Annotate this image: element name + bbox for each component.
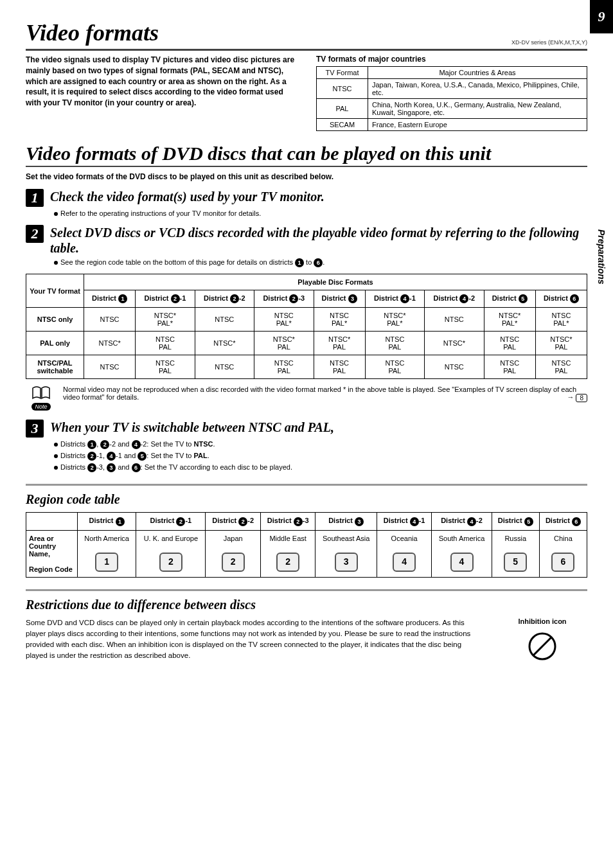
play-row-label: NTSC/PAL switchable	[26, 355, 84, 379]
region-code-icon: 4	[450, 553, 474, 572]
play-cell: NTSCPAL	[365, 355, 424, 379]
step-3-line: Districts 1, 2-2 and 4-2: Set the TV to …	[54, 440, 587, 449]
note-label: Note	[31, 403, 50, 411]
step-3-title: When your TV is switchable between NTSC …	[50, 420, 334, 435]
play-district-header: District 2-1	[136, 290, 195, 308]
play-cell: NTSC*PAL	[314, 332, 365, 355]
play-cell: NTSC*	[84, 332, 136, 355]
step-3-line: Districts 2-1, 4-1 and 5: Set the TV to …	[54, 452, 587, 461]
region-district-header: District 2-3	[260, 513, 315, 530]
play-cell: NTSC	[195, 308, 254, 332]
play-cell: NTSC*	[195, 332, 254, 355]
region-district-header: District 2-1	[136, 513, 206, 530]
region-district-header: District 6	[539, 513, 587, 530]
region-code-icon: 2	[276, 553, 299, 572]
restrictions-text: Some DVD and VCD discs can be played onl…	[26, 617, 484, 662]
divider	[26, 484, 587, 486]
tv-table-header-format: TV Format	[317, 67, 368, 79]
tv-row-format: NTSC	[317, 79, 368, 99]
step-1-body: Refer to the operating instructions of y…	[54, 209, 587, 217]
page-number: 9	[590, 0, 613, 33]
side-tab-label: Preparations	[590, 218, 613, 296]
step-number-icon: 3	[26, 420, 44, 438]
play-district-header: District 3	[314, 290, 365, 308]
play-cell: NTSCPAL	[136, 332, 195, 355]
bullet-icon	[54, 261, 58, 265]
district-circle-icon: 6	[314, 258, 323, 267]
region-cell: U. K. and Europe2	[136, 530, 206, 577]
tv-row-format: PAL	[317, 99, 368, 119]
inhibition-label: Inhibition icon	[497, 617, 587, 625]
step-2-text: .	[323, 258, 324, 266]
note-book-icon	[31, 385, 51, 401]
region-cell: South America4	[432, 530, 492, 577]
play-super-header: Playable Disc Formats	[84, 274, 587, 290]
play-district-header: District 2-2	[195, 290, 254, 308]
tv-row-countries: France, Eastern Europe	[368, 119, 587, 131]
region-code-icon: 1	[95, 553, 118, 572]
divider	[26, 49, 587, 51]
step-3-line: Districts 2-3, 3 and 6: Set the TV accor…	[54, 463, 587, 472]
step-2-text: See the region code table on the bottom …	[60, 258, 295, 266]
play-cell: NTSC*PAL*	[136, 308, 195, 332]
step-2-title: Select DVD discs or VCD discs recorded w…	[50, 225, 587, 256]
divider	[26, 589, 587, 591]
play-district-header: District 6	[535, 290, 587, 308]
play-cell: NTSCPAL	[484, 332, 535, 355]
region-code-icon: 4	[393, 553, 416, 572]
tv-formats-table: TV Format Major Countries & Areas NTSCJa…	[316, 66, 587, 131]
play-district-header: District 4-1	[365, 290, 424, 308]
region-cell: Southeast Asia3	[315, 530, 377, 577]
step-1-text: Refer to the operating instructions of y…	[60, 209, 261, 217]
play-district-header: District 1	[84, 290, 136, 308]
play-cell: NTSCPAL*	[535, 308, 587, 332]
inhibition-icon	[497, 630, 587, 664]
intro-text: The video signals used to display TV pic…	[26, 55, 297, 109]
note-text: Normal video may not be reproduced when …	[63, 385, 587, 402]
page-title-2: Video formats of DVD discs that can be p…	[26, 143, 587, 164]
play-district-header: District 5	[484, 290, 535, 308]
region-code-icon: 5	[504, 553, 527, 572]
region-cell: Japan2	[206, 530, 260, 577]
region-district-header: District 1	[78, 513, 136, 530]
tv-table-caption: TV formats of major countries	[316, 55, 587, 64]
play-cell: NTSCPAL	[484, 355, 535, 379]
tv-row-countries: China, North Korea, U.K., Germany, Austr…	[368, 99, 587, 119]
region-row-label: Area or Country Name,Region Code	[26, 530, 78, 577]
note-body: Normal video may not be reproduced when …	[63, 385, 576, 401]
region-cell: China6	[539, 530, 587, 577]
divider	[26, 166, 587, 167]
play-cell: NTSC	[425, 308, 484, 332]
district-circle-icon: 1	[295, 258, 304, 267]
play-row-header-title: Your TV format	[26, 274, 84, 308]
region-district-header: District 2-2	[206, 513, 260, 530]
region-cell: Middle East2	[260, 530, 315, 577]
tv-table-header-countries: Major Countries & Areas	[368, 67, 587, 79]
play-cell: NTSC*	[425, 332, 484, 355]
play-cell: NTSC*PAL	[535, 332, 587, 355]
region-code-icon: 6	[551, 553, 574, 572]
region-heading: Region code table	[26, 492, 587, 507]
svg-line-1	[533, 637, 551, 655]
region-code-icon: 2	[222, 553, 245, 572]
play-row-label: NTSC only	[26, 308, 84, 332]
bullet-icon	[54, 212, 58, 216]
region-code-table: District 1District 2-1District 2-2Distri…	[26, 512, 587, 577]
region-code-icon: 3	[335, 553, 358, 572]
play-cell: NTSC	[425, 355, 484, 379]
step-2-text: to	[304, 258, 314, 266]
region-district-header: District 4-1	[377, 513, 431, 530]
play-cell: NTSC*PAL*	[484, 308, 535, 332]
region-district-header: District 4-2	[432, 513, 492, 530]
play-row-label: PAL only	[26, 332, 84, 355]
play-cell: NTSC*PAL*	[365, 308, 424, 332]
tv-row-countries: Japan, Taiwan, Korea, U.S.A., Canada, Me…	[368, 79, 587, 99]
play-cell: NTSCPAL	[365, 332, 424, 355]
page-ref: 8	[576, 394, 587, 402]
play-cell: NTSCPAL	[535, 355, 587, 379]
set-line: Set the video formats of the DVD discs t…	[26, 172, 587, 181]
region-cell: North America1	[78, 530, 136, 577]
region-district-header: District 3	[315, 513, 377, 530]
region-district-header: District 5	[492, 513, 539, 530]
play-cell: NTSCPAL	[314, 355, 365, 379]
